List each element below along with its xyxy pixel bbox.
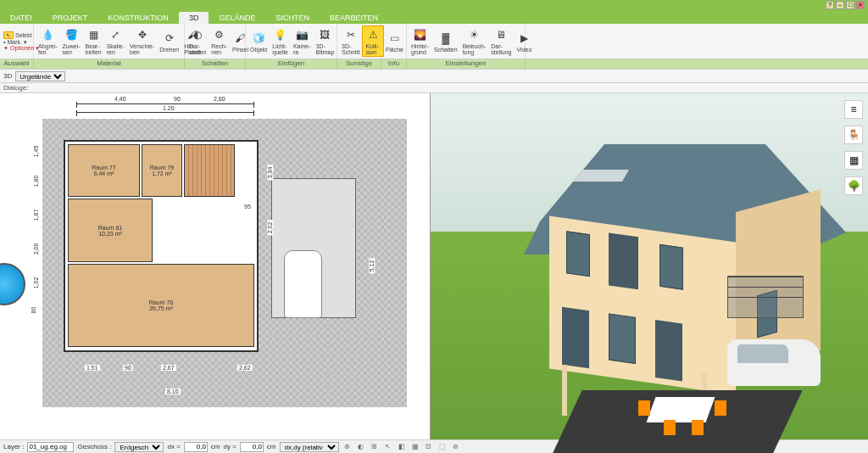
pillar [562, 365, 567, 416]
insert-object-button[interactable]: 🧊Objekt [248, 30, 270, 53]
dim-label: 2,00 [33, 242, 39, 257]
window-3d [659, 244, 683, 290]
calc-icon: ⚙ [212, 27, 227, 42]
cursor-icon: ↖ [3, 31, 14, 39]
max-icon[interactable]: □ [846, 1, 854, 9]
background-button[interactable]: 🌄Hinter- grund [409, 26, 431, 56]
secondary-toolbar: 3D Urgelände [0, 70, 868, 83]
title-bar: ? – □ × [0, 0, 868, 10]
shadow2-icon: ▓ [438, 31, 453, 46]
area-button[interactable]: ▭Fläche [383, 30, 406, 53]
floorplan-view[interactable]: 4,40 90 2,80 1.20 Raum 776,44 m² Raum 79… [0, 93, 431, 439]
3d-render-view[interactable]: ≡ 🪑 ▦ 🌳 [431, 93, 868, 439]
dim-label: 1,51 [85, 365, 100, 371]
bulb-icon: 💡 [273, 27, 288, 42]
shadow-calc-button[interactable]: ⚙Rech- nen [209, 26, 230, 56]
tool-icon[interactable]: ◐ [356, 442, 366, 452]
dim-label: 2,62 [237, 365, 253, 371]
help-icon[interactable]: ? [826, 1, 834, 9]
dy-input[interactable] [240, 442, 264, 452]
dim-label: 4,40 [113, 96, 128, 102]
main-tabs: DATEI PROJEKT KONSTRUKTION 3D GELÄNDE SI… [0, 10, 868, 24]
furniture-palette-button[interactable]: 🪑 [844, 126, 863, 144]
tool-icon[interactable]: ⊞ [370, 442, 380, 452]
insert-bitmap-button[interactable]: 🖼3D- Bitmap [314, 26, 337, 56]
tab-konstruktion[interactable]: KONSTRUKTION [97, 12, 179, 24]
dim-label: 5,12 [369, 259, 375, 274]
tab-gelaende[interactable]: GELÄNDE [209, 12, 265, 24]
dim-label: 2,02 [267, 221, 273, 236]
insert-light-button[interactable]: 💡Licht- quelle [270, 26, 291, 56]
door-upper-3d [609, 232, 638, 289]
terrain-select[interactable]: Urgelände [15, 71, 65, 81]
dim-label: 1.20 [161, 105, 176, 111]
car-plan [284, 250, 322, 318]
tab-projekt[interactable]: PROJEKT [42, 12, 98, 24]
section-icon: ✂ [343, 27, 359, 42]
tool-icon[interactable]: ⬚ [437, 442, 448, 452]
scale-button[interactable]: ⤢Skalie- ren [104, 26, 127, 56]
light-icon: ☀ [466, 27, 481, 42]
video-button[interactable]: ▶Video [514, 30, 534, 53]
window-3d [566, 231, 590, 277]
shadow-settings-button[interactable]: ▓Schatten [431, 30, 460, 53]
dim-label: 90 [123, 365, 133, 371]
layers-palette-button[interactable]: ≡ [844, 100, 863, 119]
coord-mode-select[interactable]: dx,dy (relativ ka [280, 442, 339, 452]
chair-3d [664, 420, 676, 435]
geschoss-select[interactable]: Erdgeschos [114, 442, 164, 452]
lighting-button[interactable]: ☀Beleuch- tung [460, 26, 489, 56]
dim-label: 2,80 [212, 96, 227, 102]
chair-3d [715, 400, 726, 416]
dim-label: 3,94 [267, 165, 273, 181]
dialoge-bar: Dialoge: [0, 83, 868, 93]
tab-datei[interactable]: DATEI [0, 12, 42, 24]
room-78[interactable]: Raum 7826,75 m² [68, 264, 254, 347]
move-icon: ✥ [135, 27, 150, 42]
door-3d [655, 320, 682, 381]
section-button[interactable]: ✂3D- Schnitt [339, 26, 362, 56]
rotate-button[interactable]: ⟳Drehen [157, 30, 181, 53]
dim-label: 1,80 [33, 174, 39, 189]
plants-palette-button[interactable]: 🌳 [844, 176, 863, 195]
stairs [184, 144, 235, 197]
shadow-show-button[interactable]: ◐Dar- stellen [186, 26, 209, 56]
camera-icon: 📷 [294, 27, 309, 42]
display-button[interactable]: 🖥Dar- stellung [488, 26, 514, 56]
move-button[interactable]: ✥Verschie- ben [127, 26, 157, 56]
insert-camera-button[interactable]: 📷Kame- ra [291, 26, 314, 56]
edit-material-button[interactable]: ▦Bear- beiten [83, 26, 104, 56]
layer-input[interactable] [27, 442, 74, 452]
tool-icon[interactable]: ◧ [397, 442, 407, 452]
tab-sichten[interactable]: SICHTEN [265, 12, 320, 24]
tab-bearbeiten[interactable]: BEARBEITEN [320, 12, 388, 24]
tool-icon[interactable]: ▦ [410, 442, 420, 452]
pick-material-button[interactable]: 💧Abgrei- fen [36, 26, 60, 56]
tool-icon[interactable]: ⊡ [424, 442, 434, 452]
room-81[interactable]: Raum 8110,23 m² [68, 199, 153, 262]
dim-label: 2,67 [161, 365, 176, 371]
tool-icon[interactable]: ↖ [383, 442, 393, 452]
tool-icon[interactable]: ⊕ [342, 442, 353, 452]
assign-material-button[interactable]: 🪣Zuwei- sen [60, 26, 83, 56]
dx-label: dx = [167, 443, 180, 450]
area-icon: ▭ [387, 31, 403, 46]
dim-label: 90 [172, 96, 182, 102]
dx-input[interactable] [184, 442, 208, 452]
close-icon[interactable]: × [856, 1, 865, 9]
room-79[interactable]: Raum 791,72 m² [142, 144, 182, 197]
min-icon[interactable]: – [836, 1, 844, 9]
room-77[interactable]: Raum 776,44 m² [68, 144, 140, 197]
edit-icon: ▦ [86, 27, 101, 42]
side-palette: ≡ 🪑 ▦ 🌳 [844, 100, 865, 195]
window-3d [609, 313, 636, 363]
rotate-icon: ⟳ [162, 31, 177, 46]
chair-3d [692, 420, 704, 435]
colors-palette-button[interactable]: ▦ [844, 151, 863, 170]
geschoss-label: Geschoss : [77, 443, 111, 450]
shadow-icon: ◐ [190, 27, 205, 42]
tool-icon[interactable]: ⊚ [451, 442, 461, 452]
play-icon: ▶ [516, 31, 531, 46]
balcony-3d [727, 276, 804, 318]
tab-3d[interactable]: 3D [179, 12, 209, 24]
